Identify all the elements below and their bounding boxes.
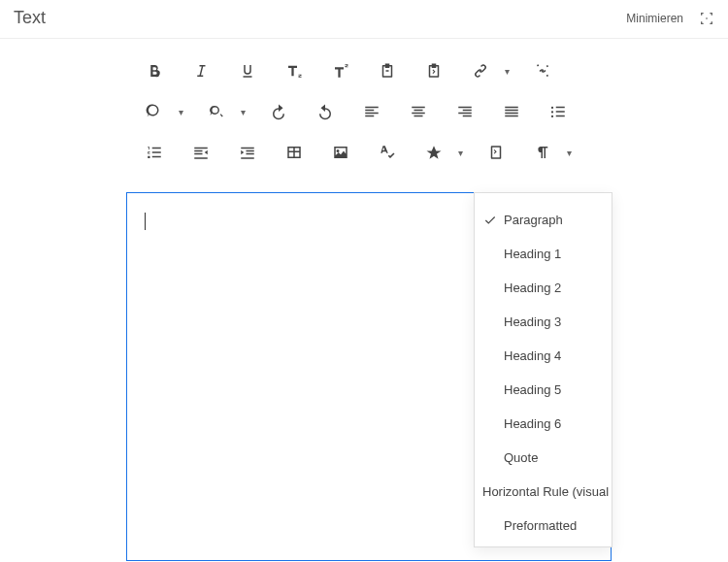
format-menu-item[interactable]: Heading 6 <box>475 407 612 441</box>
outdent-icon[interactable] <box>182 136 219 169</box>
format-menu-label: Heading 3 <box>504 314 561 329</box>
superscript-icon[interactable] <box>322 54 359 87</box>
format-menu-item[interactable]: Paragraph <box>475 203 612 237</box>
redo-icon[interactable] <box>307 95 344 128</box>
editor-toolbar: ▾ ▾ ▾ ▾ ▾ <box>0 39 602 192</box>
paragraph-format-icon[interactable] <box>524 136 561 169</box>
find-replace-icon[interactable] <box>198 95 235 128</box>
link-icon[interactable] <box>462 54 499 87</box>
underline-icon[interactable] <box>229 54 266 87</box>
italic-icon[interactable] <box>182 54 219 87</box>
paragraph-format-menu: ParagraphHeading 1Heading 2Heading 3Head… <box>474 192 612 547</box>
bold-icon[interactable] <box>136 54 173 87</box>
spellcheck-icon[interactable] <box>369 136 406 169</box>
align-justify-icon[interactable] <box>493 95 530 128</box>
format-menu-label: Heading 4 <box>504 348 561 363</box>
image-icon[interactable] <box>322 136 359 169</box>
format-menu-item[interactable]: Preformatted <box>475 509 612 543</box>
minimize-button[interactable]: Minimieren <box>626 12 683 25</box>
numbered-list-icon[interactable] <box>136 136 173 169</box>
format-menu-item[interactable]: Heading 2 <box>475 271 612 305</box>
format-menu-label: Heading 2 <box>504 281 561 295</box>
unlink-icon[interactable] <box>524 54 561 87</box>
fullscreen-icon[interactable] <box>699 11 714 26</box>
chevron-down-icon[interactable]: ▾ <box>563 136 575 169</box>
bullet-list-icon[interactable] <box>540 95 577 128</box>
align-right-icon[interactable] <box>447 95 483 128</box>
format-menu-item[interactable]: Heading 3 <box>475 305 612 339</box>
align-center-icon[interactable] <box>400 95 437 128</box>
chevron-down-icon[interactable]: ▾ <box>237 95 248 128</box>
paste-text-icon[interactable] <box>369 54 406 87</box>
format-menu-item[interactable]: Heading 4 <box>475 339 612 373</box>
check-icon <box>482 214 498 227</box>
special-char-icon[interactable] <box>415 136 452 169</box>
format-menu-item[interactable]: Heading 1 <box>475 237 612 271</box>
header-actions: Minimieren <box>626 11 714 26</box>
format-menu-label: Horizontal Rule (visual l <box>482 484 612 499</box>
format-menu-item[interactable]: Heading 5 <box>475 373 612 407</box>
editor-wrap: ParagraphHeading 1Heading 2Heading 3Head… <box>126 192 612 561</box>
find-icon[interactable] <box>136 95 173 128</box>
paste-code-icon[interactable] <box>415 54 452 87</box>
format-menu-label: Quote <box>504 450 538 465</box>
format-menu-label: Heading 1 <box>504 247 561 261</box>
table-icon[interactable] <box>276 136 313 169</box>
chevron-down-icon[interactable]: ▾ <box>454 136 466 169</box>
indent-icon[interactable] <box>229 136 266 169</box>
text-caret <box>145 213 146 230</box>
chevron-down-icon[interactable]: ▾ <box>501 54 513 87</box>
undo-icon[interactable] <box>260 95 297 128</box>
source-code-icon[interactable] <box>478 136 514 169</box>
align-left-icon[interactable] <box>353 95 390 128</box>
format-menu-label: Paragraph <box>504 213 563 227</box>
format-menu-label: Preformatted <box>504 518 577 533</box>
editor-header: Text Minimieren <box>0 0 728 39</box>
format-menu-item[interactable]: Horizontal Rule (visual l <box>475 475 612 509</box>
chevron-down-icon[interactable]: ▾ <box>175 95 186 128</box>
format-menu-item[interactable]: Quote <box>475 441 612 475</box>
subscript-icon[interactable] <box>276 54 313 87</box>
format-menu-label: Heading 6 <box>504 416 561 431</box>
widget-title: Text <box>14 8 46 28</box>
format-menu-label: Heading 5 <box>504 382 561 397</box>
